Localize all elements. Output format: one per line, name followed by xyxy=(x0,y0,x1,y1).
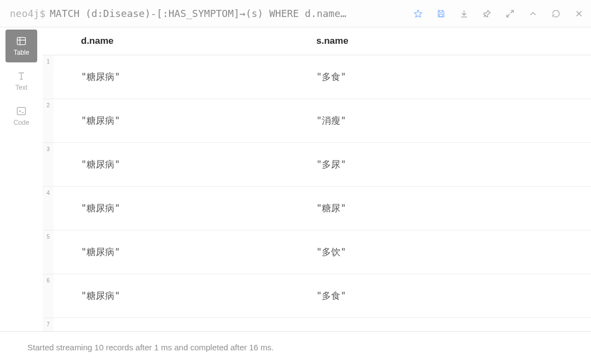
results-table: d.name s.name 1 "糖尿病" "多食" 2 "糖尿病" "消瘦" … xyxy=(43,27,591,331)
row-number: 2 xyxy=(43,99,54,142)
view-table-label: Table xyxy=(14,49,30,56)
star-icon[interactable] xyxy=(412,7,425,20)
cell-s: "多尿" xyxy=(316,143,591,186)
cell-d: "糖尿病" xyxy=(54,99,316,142)
cell-d: "糖尿病" xyxy=(54,318,316,331)
row-number: 5 xyxy=(43,230,54,274)
cell-d: "糖尿病" xyxy=(54,187,316,230)
toolbar xyxy=(412,7,586,20)
row-number: 7 xyxy=(43,318,54,331)
svg-rect-1 xyxy=(439,14,443,16)
status-text: Started streaming 10 records after 1 ms … xyxy=(27,343,274,352)
table-row: 5 "糖尿病" "多饮" xyxy=(43,230,591,274)
view-code-label: Code xyxy=(14,119,30,126)
cell-d: "糖尿病" xyxy=(54,55,316,99)
results-area: Table Text Code d.name s.name 1 "糖尿病" "多… xyxy=(0,27,591,331)
close-icon[interactable] xyxy=(572,7,586,20)
expand-icon[interactable] xyxy=(503,7,517,20)
cell-s: "糖尿" xyxy=(316,187,591,230)
pin-icon[interactable] xyxy=(480,7,494,20)
cell-s: "消瘦" xyxy=(316,318,591,331)
view-text[interactable]: Text xyxy=(5,65,37,97)
cell-s: "消瘦" xyxy=(316,99,591,142)
table-row: 2 "糖尿病" "消瘦" xyxy=(43,99,591,143)
rerun-icon[interactable] xyxy=(549,7,563,20)
table-row: 7 "糖尿病" "消瘦" xyxy=(43,318,591,331)
table-row: 3 "糖尿病" "多尿" xyxy=(43,143,591,187)
save-icon[interactable] xyxy=(434,7,448,20)
table-row: 4 "糖尿病" "糖尿" xyxy=(43,187,591,230)
prompt-label: neo4j$ xyxy=(10,8,45,19)
query-bar: neo4j$ MATCH (d:Disease)-[:HAS_SYMPTOM]→… xyxy=(0,0,591,27)
row-number: 4 xyxy=(43,187,54,230)
cell-s: "多饮" xyxy=(316,230,591,274)
view-code[interactable]: Code xyxy=(5,100,37,132)
download-icon[interactable] xyxy=(457,7,471,20)
view-table[interactable]: Table xyxy=(5,30,37,62)
query-text[interactable]: MATCH (d:Disease)-[:HAS_SYMPTOM]→(s) WHE… xyxy=(50,8,403,19)
svg-rect-3 xyxy=(18,107,26,114)
cell-d: "糖尿病" xyxy=(54,143,316,186)
cell-d: "糖尿病" xyxy=(54,274,316,317)
row-number: 3 xyxy=(43,143,54,186)
row-number: 6 xyxy=(43,274,54,317)
cell-s: "多食" xyxy=(316,55,591,99)
table-row: 1 "糖尿病" "多食" xyxy=(43,55,591,99)
view-text-label: Text xyxy=(15,84,27,91)
table-row: 6 "糖尿病" "多食" xyxy=(43,274,591,318)
cell-s: "多食" xyxy=(316,274,591,317)
collapse-up-icon[interactable] xyxy=(526,7,540,20)
table-header: d.name s.name xyxy=(43,27,591,55)
svg-marker-0 xyxy=(414,10,422,17)
row-number: 1 xyxy=(43,55,54,99)
view-rail: Table Text Code xyxy=(0,27,43,331)
column-header-d[interactable]: d.name xyxy=(54,36,316,47)
cell-d: "糖尿病" xyxy=(54,230,316,274)
table-body[interactable]: 1 "糖尿病" "多食" 2 "糖尿病" "消瘦" 3 "糖尿病" "多尿" 4… xyxy=(43,55,591,331)
status-bar: Started streaming 10 records after 1 ms … xyxy=(0,331,591,363)
svg-rect-2 xyxy=(18,37,26,44)
column-header-s[interactable]: s.name xyxy=(316,36,591,47)
